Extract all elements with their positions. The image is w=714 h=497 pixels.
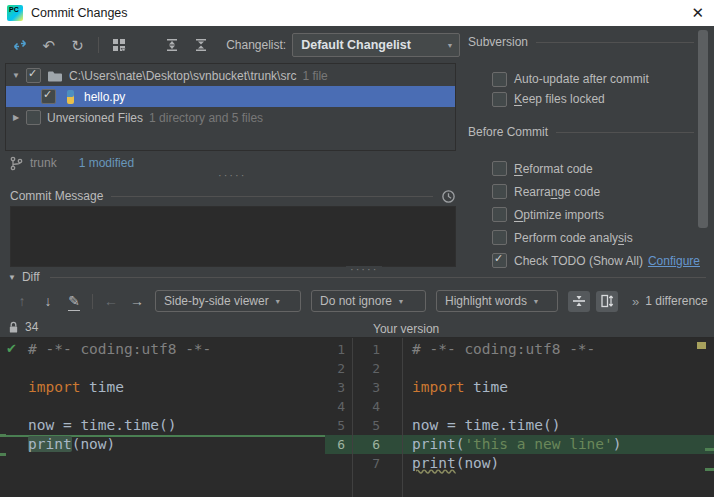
splitter-handle[interactable]: ····· [346,266,382,272]
branch-name: trunk [30,156,57,170]
auto-update-label: Auto-update after commit [514,72,649,86]
rollback-icon[interactable]: ↶ [40,36,58,54]
unversioned-meta: 1 directory and 5 files [149,111,263,125]
right-line-numbers: 1 2 3 4 5 6 7 [353,340,402,473]
history-clock-icon[interactable] [441,189,456,204]
branch-info: trunk 1 modified [10,154,134,172]
reformat-checkbox[interactable] [492,161,507,176]
changelist-label: Changelist: [226,38,286,52]
left-editor[interactable]: # -*- coding:utf8 -*- import time now = … [0,340,325,454]
chevron-down-icon: ▼ [527,298,545,305]
change-stripe[interactable] [705,448,714,451]
whitespace-select[interactable]: Do not ignore ▼ [311,290,426,312]
analysis-checkbox[interactable] [492,230,507,245]
difference-count: 1 difference [645,294,708,308]
diff-title: Diff [22,270,40,284]
inspection-marker [697,342,706,349]
code-line [0,397,325,416]
edit-source-icon[interactable]: ✎ [66,293,82,309]
code-line [403,397,714,416]
option-optimize[interactable]: Optimize imports [462,203,694,226]
collapse-unchanged-toggle[interactable] [568,291,590,312]
overflow-chevron-icon[interactable]: » [632,294,639,309]
divider [111,196,433,197]
tree-row-hello-py[interactable]: ✓ hello.py [6,86,455,107]
commit-icon[interactable] [11,36,29,54]
previous-difference-icon[interactable]: ↑ [14,293,30,309]
commit-message-box [10,206,456,267]
commit-message-input[interactable] [11,207,459,270]
splitter-handle[interactable]: ····· [218,172,246,178]
left-revision-title: 34 [8,320,38,334]
chevron-down-icon: ▼ [392,298,410,305]
refresh-icon[interactable]: ↻ [69,36,87,54]
before-commit-title: Before Commit [468,125,548,139]
compare-previous-file-icon[interactable]: ← [103,293,119,309]
hello-py-name: hello.py [84,90,125,104]
toolbar-separator [92,294,93,309]
unversioned-checkbox[interactable] [26,110,41,125]
tree-expanded-icon[interactable]: ▼ [11,71,21,80]
check-todo-checkbox[interactable]: ✓ [492,253,507,268]
viewer-select[interactable]: Side-by-side viewer ▼ [155,290,301,312]
changelist-select[interactable]: Default Changelist ▼ [292,33,460,57]
option-check-todo[interactable]: ✓ Check TODO (Show All) Configure [462,249,694,272]
modified-count-link[interactable]: 1 modified [79,156,134,170]
tree-row-unversioned[interactable]: ▶ Unversioned Files 1 directory and 5 fi… [6,107,455,128]
option-analysis[interactable]: Perform code analysis [462,226,694,249]
code-line: now = time.time() [403,416,714,435]
optimize-checkbox[interactable] [492,207,507,222]
auto-update-checkbox[interactable] [492,72,507,87]
right-editor[interactable]: # -*- coding:utf8 -*- import time now = … [403,340,714,473]
expand-all-icon[interactable] [163,36,181,54]
divider [556,132,694,133]
diff-section-header[interactable]: ▼ Diff [8,270,40,284]
highlight-select[interactable]: Highlight words ▼ [436,290,558,312]
pycharm-icon: PC [7,5,23,21]
synchronize-scrolling-toggle[interactable] [596,291,618,312]
collapse-diff-icon[interactable]: ▼ [8,273,16,282]
group-by-icon[interactable] [110,36,128,54]
divider [536,42,694,43]
option-keep-locked[interactable]: Keep files locked [462,89,694,109]
right-version-title: Your version [373,322,439,336]
src-folder-path: C:\Users\nate\Desktop\svnbucket\trunk\sr… [69,69,296,83]
rearrange-checkbox[interactable] [492,184,507,199]
option-auto-update[interactable]: Auto-update after commit [462,69,694,89]
option-rearrange[interactable]: Rearrange code [462,180,694,203]
tree-row-src-folder[interactable]: ▼ ✓ C:\Users\nate\Desktop\svnbucket\trun… [6,65,455,86]
code-line: # -*- coding:utf8 -*- [0,340,325,359]
src-folder-checkbox[interactable]: ✓ [26,68,41,83]
diff-toolbar: ↑ ↓ ✎ ← → Side-by-side viewer ▼ Do not i… [14,289,714,313]
code-line: print(now) [0,435,325,454]
changed-files-tree: ▼ ✓ C:\Users\nate\Desktop\svnbucket\trun… [5,63,456,151]
close-icon[interactable]: ✕ [691,0,704,26]
lock-icon [8,321,19,334]
keep-locked-checkbox[interactable] [492,92,507,107]
code-line [403,359,714,378]
option-reformat[interactable]: Reformat code [462,157,694,180]
divider [50,277,706,278]
branch-icon [10,156,23,171]
collapse-all-icon[interactable] [192,36,210,54]
commit-message-header: Commit Message [10,188,456,204]
check-todo-label: Check TODO (Show All) [514,254,643,268]
tree-collapsed-icon[interactable]: ▶ [11,113,21,122]
change-stripe[interactable] [705,468,714,471]
toolbar-separator [98,37,99,53]
subversion-title: Subversion [468,35,528,49]
code-line: import time [0,378,325,397]
left-line-numbers: 1 2 3 4 5 6 [325,340,352,454]
scrollbar[interactable] [697,28,709,270]
revision-number: 34 [25,320,38,334]
configure-link[interactable]: Configure [648,254,700,268]
hello-py-checkbox[interactable]: ✓ [41,89,56,104]
src-folder-meta: 1 file [302,69,327,83]
changelist-value: Default Changelist [293,38,441,52]
chevron-down-icon: ▼ [269,298,287,305]
next-difference-icon[interactable]: ↓ [40,293,56,309]
compare-next-file-icon[interactable]: → [129,293,145,309]
code-line: import time [403,378,714,397]
commit-toolbar: ↶ ↻ Changelist: Default Changelist [0,30,460,60]
scrollbar-thumb[interactable] [698,30,708,228]
